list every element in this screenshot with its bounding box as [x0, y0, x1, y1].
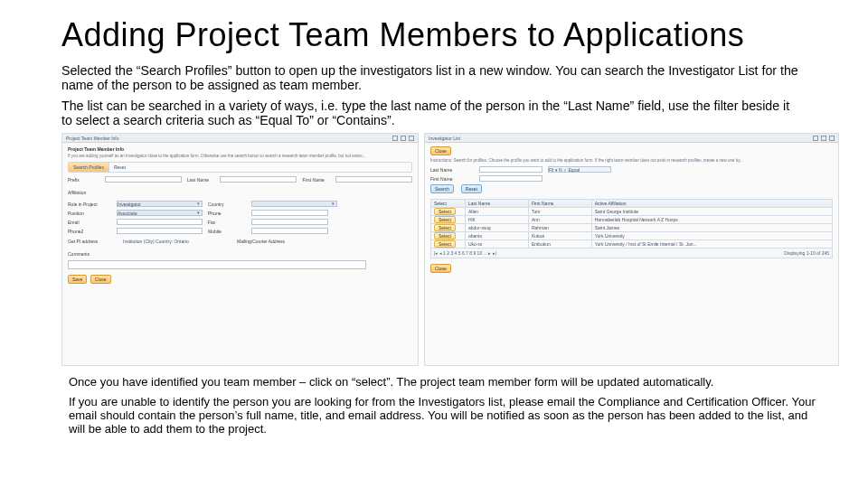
- institution-text: Institution (City) Country: Ontario: [123, 239, 231, 244]
- prefix-input[interactable]: [105, 176, 182, 183]
- close-button[interactable]: Close: [90, 275, 111, 284]
- comments-label: Comments: [68, 251, 111, 257]
- window-titlebar-left: Project Team Member Info: [62, 134, 418, 143]
- role-select[interactable]: Investigator: [117, 201, 203, 207]
- fax-input[interactable]: [251, 219, 328, 225]
- screenshot-team-member-form: Project Team Member Info Project Team Me…: [61, 133, 419, 366]
- position-label: Position: [68, 211, 111, 216]
- search-firstname-input[interactable]: [479, 175, 542, 182]
- reset-tab[interactable]: Reset: [109, 163, 130, 172]
- cell-lastname: abdur-rauq: [466, 224, 529, 232]
- phone-label: Phone: [208, 211, 246, 216]
- pager-info: Displaying 1-10 of 245: [784, 250, 829, 256]
- fax-label: Fax: [208, 220, 246, 225]
- phone2-input[interactable]: [117, 228, 203, 234]
- table-row: Select obantu Kukua York University: [431, 232, 833, 240]
- window-controls-icon[interactable]: [392, 136, 414, 141]
- mobile-label: Mobile: [208, 229, 246, 234]
- role-label: Role in Project: [68, 202, 111, 207]
- footer-para-1: Once you have identified you team member…: [61, 375, 821, 389]
- form-tabbar: Search Profiles Reset: [68, 162, 412, 173]
- search-button[interactable]: Search: [430, 184, 454, 193]
- cell-firstname: Enibokun: [528, 240, 591, 249]
- search-profiles-tab[interactable]: Search Profiles: [69, 163, 109, 172]
- country-label: Country: [208, 202, 246, 207]
- results-table: Select Last Name First Name Active Affil…: [430, 199, 833, 249]
- table-row: Select Hill Ann Hannaberlab Hospital Net…: [431, 216, 833, 224]
- screenshot-row: Project Team Member Info Project Team Me…: [61, 133, 839, 366]
- cell-affiliation: Hannaberlab Hospital Network A Z Hosps: [591, 216, 832, 224]
- intro-para-1: Selected the “Search Profiles” button to…: [61, 63, 803, 93]
- table-header-row: Select Last Name First Name Active Affil…: [431, 200, 833, 208]
- phone-input[interactable]: [251, 210, 328, 216]
- search-filter-select[interactable]: Fil ▾ N ✓ Equal: [548, 166, 611, 173]
- cell-firstname: Ann: [528, 216, 591, 224]
- firstname-input[interactable]: [335, 176, 412, 183]
- table-row: Select Allen Tom Saint George Institute: [431, 208, 833, 216]
- prefix-label: Prefix: [68, 177, 99, 183]
- cell-lastname: Allen: [466, 208, 529, 216]
- search-firstname-label: First Name: [430, 176, 474, 182]
- phone2-label: Phone2: [68, 229, 111, 234]
- screenshot-investigator-list: Investigator List Close Instructions: Se…: [424, 133, 839, 366]
- search-lastname-input[interactable]: [479, 166, 542, 173]
- select-row-button[interactable]: Select: [434, 232, 456, 239]
- select-row-button[interactable]: Select: [434, 216, 456, 223]
- intro-para-2: The list can be searched in a variety of…: [61, 99, 803, 128]
- col-select[interactable]: Select: [431, 200, 466, 208]
- table-row: Select abdur-rauq Rahman Saint James: [431, 224, 833, 232]
- form-header: Project Team Member Info: [68, 146, 412, 152]
- col-lastname[interactable]: Last Name: [466, 200, 529, 208]
- email-input[interactable]: [117, 219, 203, 225]
- mobile-input[interactable]: [251, 228, 328, 234]
- close-button-top[interactable]: Close: [430, 146, 451, 155]
- page-title: Adding Project Team Members to Applicati…: [61, 16, 839, 54]
- col-affiliation[interactable]: Active Affiliation: [591, 200, 832, 208]
- cell-affiliation: Saint James: [591, 224, 832, 232]
- cell-affiliation: York University / Inst of St Emile Inter…: [591, 240, 832, 249]
- mailing-address-label: Mailing/Courier Address: [237, 239, 309, 244]
- window-title-right: Investigator List: [429, 136, 460, 141]
- lastname-label: Last Name: [187, 177, 215, 183]
- cell-lastname: obantu: [466, 232, 529, 240]
- close-button-bottom[interactable]: Close: [430, 264, 451, 273]
- table-row: Select Uko-ra Enibokun York University /…: [431, 240, 833, 249]
- cell-lastname: Hill: [466, 216, 529, 224]
- lastname-input[interactable]: [220, 176, 297, 183]
- cell-affiliation: York University: [591, 232, 832, 240]
- cell-affiliation: Saint George Institute: [591, 208, 832, 216]
- pager: |◂ ◂ 1 2 3 4 5 6 7 8 9 10 ... ▸ ▸| Displ…: [430, 249, 833, 258]
- footer-para-2: If you are unable to identify the person…: [61, 395, 821, 436]
- save-button[interactable]: Save: [68, 275, 87, 284]
- col-firstname[interactable]: First Name: [528, 200, 591, 208]
- cell-firstname: Kukua: [528, 232, 591, 240]
- window-titlebar-right: Investigator List: [425, 134, 838, 143]
- country-select[interactable]: [251, 201, 337, 207]
- select-row-button[interactable]: Select: [434, 224, 456, 231]
- pager-nav[interactable]: |◂ ◂ 1 2 3 4 5 6 7 8 9 10 ... ▸ ▸|: [434, 250, 496, 256]
- cell-lastname: Uko-ra: [466, 240, 529, 249]
- cell-firstname: Rahman: [528, 224, 591, 232]
- cell-firstname: Tom: [528, 208, 591, 216]
- form-instructions: If you are adding yourself as an Investi…: [68, 154, 412, 159]
- search-lastname-label: Last Name: [430, 167, 474, 173]
- window-controls-icon[interactable]: [813, 136, 835, 141]
- firstname-label: First Name: [302, 177, 330, 183]
- reset-button[interactable]: Reset: [461, 184, 482, 193]
- primary-address-label: Get PI address: [68, 239, 118, 244]
- window-title-left: Project Team Member Info: [66, 136, 119, 141]
- list-instructions: Instructions: Search for profiles. Choos…: [430, 158, 833, 164]
- comments-input[interactable]: [68, 260, 366, 269]
- email-label: Email: [68, 220, 111, 225]
- position-select[interactable]: Associate: [117, 210, 203, 216]
- affiliation-label: Affiliation: [68, 190, 111, 195]
- select-row-button[interactable]: Select: [434, 208, 456, 215]
- select-row-button[interactable]: Select: [434, 240, 456, 248]
